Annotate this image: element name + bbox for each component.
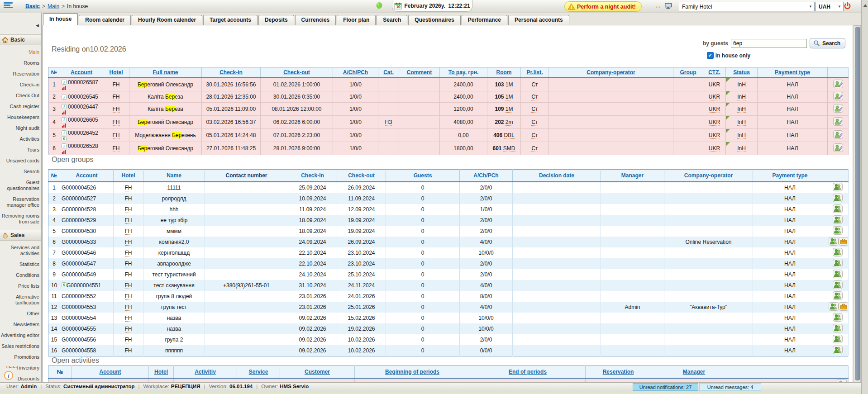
window-scrollbar[interactable] (861, 0, 868, 394)
open-groups-header-decision-date[interactable]: Decision date (513, 170, 601, 182)
sidebar-item-cash-register[interactable]: Cash register (0, 104, 41, 109)
tab-deposits[interactable]: Deposits (258, 15, 294, 25)
account-info-icon[interactable]: i (62, 117, 67, 122)
open-group-button[interactable] (833, 324, 843, 332)
hotel-select[interactable]: Family Hotel ▼ (679, 2, 815, 11)
account-info-icon[interactable]: i (62, 104, 67, 109)
residing-header-status[interactable]: Status (726, 67, 758, 78)
open-activities-header-manager[interactable]: Manager (651, 366, 737, 379)
sidebar-item-guest-questionnaires[interactable]: Guest questionnaires (0, 180, 41, 191)
tab-personal-accounts[interactable]: Personal accounts (508, 15, 569, 25)
open-groups-row[interactable]: 13G0000004554FHназва09.02.202615.02.2026… (48, 313, 849, 323)
residing-header-check-out[interactable]: Check-out (261, 67, 333, 78)
residing-row[interactable]: 5i0000026452$FHМоделювання Березень05.01… (48, 129, 849, 142)
open-groups-row[interactable]: 14G0000004555FHназва09.02.202619.02.2026… (48, 323, 849, 334)
open-groups-row[interactable]: 1G0000004526FH1111125.09.202426.09.20240… (48, 182, 849, 193)
tab-currencies[interactable]: Currencies (295, 15, 336, 25)
account-info-icon[interactable]: i (62, 143, 67, 148)
residing-header-full-name[interactable]: Full name (129, 67, 202, 78)
residing-header-hotel[interactable]: Hotel (103, 67, 129, 78)
sidebar-collapse-icon[interactable]: ◄ (35, 23, 40, 28)
residing-header-a-ch-pch[interactable]: A/Ch/PCh (333, 67, 378, 78)
open-groups-header-account[interactable]: Account (60, 170, 114, 182)
open-activities-header-hotel[interactable]: Hotel (149, 366, 174, 379)
sidebar-section-sales[interactable]: Sales (0, 230, 41, 241)
company-link-button[interactable] (839, 237, 849, 246)
open-activities-header-end-of-periods[interactable]: End of periods (470, 366, 586, 379)
dollar-icon[interactable]: $ (62, 136, 67, 141)
chart-icon[interactable] (62, 123, 67, 128)
sidebar-item-promotions[interactable]: Promotions (0, 354, 41, 360)
open-activities-row[interactable]: 1i0000026606FHпрокаттг07.11.2024 6:00:00… (48, 378, 849, 382)
residing-header-cat[interactable]: Cat. (378, 67, 399, 78)
sidebar-item-rooms[interactable]: Rooms (0, 60, 41, 66)
open-groups-row[interactable]: 12G0000004553FHгрупа тест23.01.202625.01… (48, 302, 849, 313)
tab-hourly-room-calender[interactable]: Hourly Room calender (132, 15, 202, 25)
open-activities-header-activitiy[interactable]: Activitiy (174, 366, 237, 379)
tab-floor-plan[interactable]: Floor plan (337, 15, 376, 25)
balloon-icon[interactable] (376, 2, 383, 10)
sidebar-item-services-and-activities[interactable]: Services and activities (0, 245, 41, 256)
open-group-button[interactable] (833, 259, 843, 267)
sidebar-item-check-in[interactable]: Check-in (0, 82, 41, 88)
edit-reservation-button[interactable] (833, 80, 843, 88)
residing-header-comment[interactable]: Comment (399, 67, 440, 78)
sidebar-item-newsletters[interactable]: Newsletters (0, 322, 41, 328)
date-display[interactable]: 10 February 2026y. 12:22:21 (392, 0, 472, 12)
residing-row[interactable]: 2i0000026545FHКаліта Береза28.01.2026 12… (48, 91, 849, 103)
dollar-icon[interactable]: $ (62, 282, 67, 287)
sidebar-item-price-lists[interactable]: Price lists (0, 283, 41, 289)
open-groups-row[interactable]: 2G0000004527FHролродлд10.09.202411.09.20… (48, 193, 849, 204)
residing-row[interactable]: 6i0000026528FHБереговий Олександр27.01.2… (48, 142, 849, 155)
open-group-button[interactable] (833, 335, 843, 343)
open-groups-header-hotel[interactable]: Hotel (114, 170, 143, 182)
open-groups-row[interactable]: 15G0000004556FHгрупа 209.02.202610.02.20… (48, 334, 849, 345)
unread-messages-badge[interactable]: Unread messages: 4 (699, 383, 761, 391)
sidebar-item-other[interactable]: Other (0, 311, 41, 317)
open-group-button[interactable] (833, 183, 843, 191)
open-groups-row[interactable]: 3G0000004528FHhhh11.09.202412.09.202401/… (48, 204, 849, 215)
open-group-button[interactable] (833, 194, 843, 202)
sidebar-item-unsaved-cards[interactable]: Unsaved cards (0, 158, 41, 164)
open-group-button[interactable] (833, 226, 843, 235)
open-groups-row[interactable]: 16G0000004558FHпппппп09.02.202610.02.202… (48, 345, 849, 356)
open-groups-header-check-in[interactable]: Check-in (288, 170, 337, 182)
open-group-button[interactable] (833, 215, 843, 224)
residing-header-company-operator[interactable]: Company-operator (549, 67, 673, 78)
residing-header-room[interactable]: Room (487, 67, 521, 78)
open-activities-header-customer[interactable]: Customer (280, 366, 355, 379)
residing-row[interactable]: 1i0000026587FHБереговий Олександр30.01.2… (48, 78, 849, 91)
company-link-button[interactable] (839, 302, 849, 311)
residing-header-check-in[interactable]: Check-in (202, 67, 261, 78)
open-activities-header-beginning-of-periods[interactable]: Beginning of periods (355, 366, 470, 379)
open-group-button[interactable] (833, 313, 843, 322)
open-groups-row[interactable]: 6G0000004533FHкомпанія2.024.09.202426.09… (48, 237, 849, 247)
sidebar-item-reservation-manager-office[interactable]: Reservation manager office (0, 196, 41, 208)
open-group-button[interactable] (833, 346, 843, 354)
power-button[interactable] (844, 2, 851, 9)
sidebar-item-conditions[interactable]: Conditions (0, 272, 41, 278)
sidebar-item-statistics[interactable]: Statistics (0, 261, 41, 267)
sidebar-item-check-out[interactable]: Check Out (0, 93, 41, 99)
residing-header-ctz[interactable]: CTZ. (703, 67, 726, 78)
residing-row[interactable]: 3i0000026447FHКаліта Береза05.01.2026 11… (48, 103, 849, 116)
open-group-button[interactable] (833, 270, 843, 278)
open-groups-row[interactable]: 11G0000004552FHгрупа 8 людей23.01.202624… (48, 291, 849, 302)
chart-icon[interactable] (62, 110, 67, 115)
scroll-up-icon[interactable] (863, 4, 868, 7)
open-activities-header-reservation[interactable]: Reservation (586, 366, 651, 379)
tab-target-accounts[interactable]: Target accounts (203, 15, 258, 25)
sidebar-item-search[interactable]: Search (0, 169, 41, 175)
account-info-icon[interactable]: i (62, 95, 67, 100)
unread-notifications-badge[interactable]: Unread notifications: 27 (633, 383, 698, 391)
menu-icon[interactable] (4, 2, 14, 10)
tab-questionnaires[interactable]: Questionnaires (408, 15, 460, 25)
edit-reservation-button[interactable] (833, 143, 843, 152)
info-button[interactable]: i (0, 368, 17, 382)
chart-icon[interactable] (62, 85, 67, 90)
sidebar-item-advertising-editor[interactable]: Advertising editor (0, 332, 41, 338)
open-groups-row[interactable]: 7G0000004546FHкернголшщд22.10.202423.10.… (48, 247, 849, 258)
open-groups-row[interactable]: 8G0000004547FHавпароолдже22.10.202423.10… (48, 258, 849, 269)
residing-header-pr-list[interactable]: Pr.list. (521, 67, 549, 78)
scrollbar-thumb[interactable] (855, 27, 860, 380)
